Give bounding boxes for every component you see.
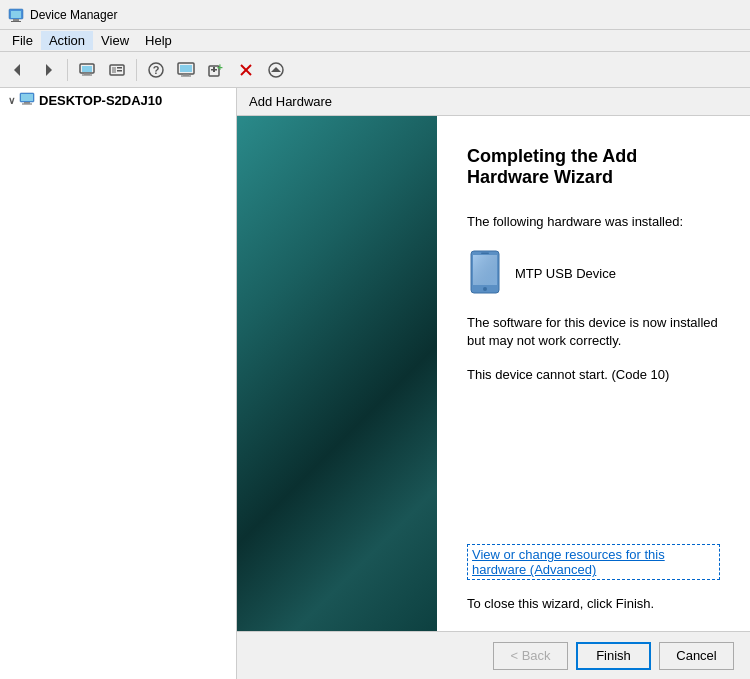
- back-button[interactable]: [4, 56, 32, 84]
- svg-rect-18: [183, 74, 189, 76]
- svg-rect-12: [117, 67, 122, 69]
- remove-button[interactable]: [232, 56, 260, 84]
- dialog-footer: < Back Finish Cancel: [237, 631, 750, 679]
- svg-marker-27: [271, 67, 281, 72]
- toolbar-separator-2: [136, 59, 137, 81]
- tree-root[interactable]: ∨ DESKTOP-S2DAJ10: [0, 88, 236, 113]
- svg-rect-36: [481, 253, 489, 255]
- svg-rect-3: [11, 21, 21, 22]
- svg-rect-34: [473, 255, 497, 285]
- installed-label: The following hardware was installed:: [467, 214, 720, 229]
- svg-rect-23: [213, 67, 215, 72]
- menu-help[interactable]: Help: [137, 31, 180, 50]
- svg-rect-31: [22, 104, 32, 105]
- svg-marker-5: [46, 64, 52, 76]
- expand-icon[interactable]: ∨: [8, 95, 15, 106]
- svg-rect-30: [24, 102, 30, 104]
- svg-rect-9: [82, 74, 92, 75]
- add-button[interactable]: +: [202, 56, 230, 84]
- menu-action[interactable]: Action: [41, 31, 93, 50]
- show-hide-button[interactable]: [103, 56, 131, 84]
- svg-rect-11: [112, 67, 116, 73]
- svg-rect-17: [180, 65, 192, 72]
- computer-button[interactable]: [73, 56, 101, 84]
- computer-tree-icon: [19, 92, 35, 109]
- menu-file[interactable]: File: [4, 31, 41, 50]
- window-title: Device Manager: [30, 8, 117, 22]
- menu-view[interactable]: View: [93, 31, 137, 50]
- hardware-row: MTP USB Device: [467, 249, 720, 298]
- svg-text:+: +: [217, 62, 223, 73]
- dialog-body: Completing the Add Hardware Wizard The f…: [237, 116, 750, 631]
- dialog-left-panel: [237, 116, 437, 631]
- back-btn[interactable]: < Back: [493, 642, 568, 670]
- svg-rect-7: [82, 66, 92, 72]
- svg-rect-2: [13, 19, 19, 21]
- properties-button[interactable]: ?: [142, 56, 170, 84]
- advanced-link[interactable]: View or change resources for this hardwa…: [467, 544, 720, 580]
- svg-rect-13: [117, 70, 122, 72]
- app-icon: [8, 7, 24, 23]
- update-button[interactable]: [262, 56, 290, 84]
- svg-rect-29: [21, 94, 33, 101]
- title-bar: Device Manager: [0, 0, 750, 30]
- screen-button[interactable]: [172, 56, 200, 84]
- device-icon: [467, 249, 503, 298]
- dialog-container: Add Hardware Completing the Add Hardware…: [237, 88, 750, 679]
- error-message: This device cannot start. (Code 10): [467, 366, 720, 384]
- dialog-content: Completing the Add Hardware Wizard The f…: [437, 116, 750, 631]
- toolbar-separator-1: [67, 59, 68, 81]
- device-name: MTP USB Device: [515, 266, 616, 281]
- device-tree: ∨ DESKTOP-S2DAJ10: [0, 88, 237, 679]
- menu-bar: File Action View Help: [0, 30, 750, 52]
- forward-button[interactable]: [34, 56, 62, 84]
- svg-text:?: ?: [153, 64, 160, 76]
- dialog-title-text: Add Hardware: [249, 94, 332, 109]
- dialog-heading: Completing the Add Hardware Wizard: [467, 146, 720, 188]
- svg-marker-4: [14, 64, 20, 76]
- cancel-btn[interactable]: Cancel: [659, 642, 734, 670]
- svg-rect-19: [181, 75, 191, 76]
- close-message: To close this wizard, click Finish.: [467, 596, 720, 611]
- computer-name: DESKTOP-S2DAJ10: [39, 93, 162, 108]
- finish-btn[interactable]: Finish: [576, 642, 651, 670]
- main-area: ∨ DESKTOP-S2DAJ10 Add Hardware Com: [0, 88, 750, 679]
- software-message: The software for this device is now inst…: [467, 314, 720, 350]
- svg-point-35: [483, 287, 487, 291]
- dialog-titlebar: Add Hardware: [237, 88, 750, 116]
- svg-rect-8: [84, 73, 90, 75]
- svg-rect-1: [11, 11, 21, 18]
- toolbar: ? +: [0, 52, 750, 88]
